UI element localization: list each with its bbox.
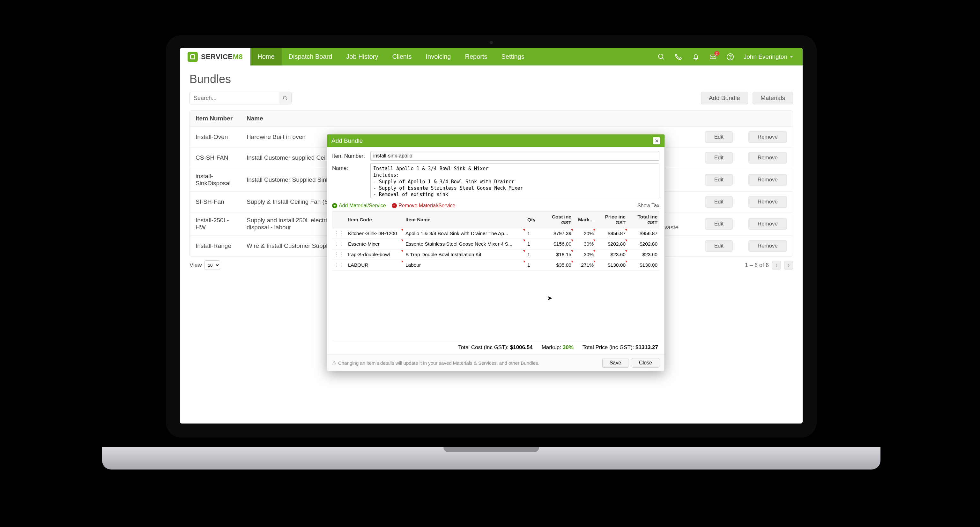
cell-cost[interactable]: $156.00	[541, 239, 573, 249]
minus-icon: −	[392, 203, 397, 208]
brand-text: SERVICEM8	[201, 53, 243, 61]
cell-cost[interactable]: $18.15	[541, 249, 573, 260]
next-page-button[interactable]: ›	[784, 260, 793, 270]
cell-markup[interactable]: 20%	[573, 228, 596, 239]
mcol-total[interactable]: Total inc GST	[627, 211, 659, 228]
cell-price[interactable]: $956.87	[596, 228, 627, 239]
phone-icon[interactable]	[675, 53, 682, 61]
cell-markup[interactable]: 30%	[573, 239, 596, 249]
col-item-number[interactable]: Item Number	[190, 110, 241, 127]
table-row[interactable]: ⋮⋮ Essente-Mixer Essente Stainless Steel…	[332, 239, 659, 249]
mcol-qty[interactable]: Qty	[525, 211, 541, 228]
cell-price[interactable]: $23.60	[596, 249, 627, 260]
cell-qty[interactable]: 1	[525, 249, 541, 260]
nav-invoicing[interactable]: Invoicing	[419, 48, 458, 65]
edit-button[interactable]: Edit	[705, 196, 733, 208]
svg-line-1	[662, 58, 664, 59]
cell-price[interactable]: $202.80	[596, 239, 627, 249]
mcol-code[interactable]: Item Code	[346, 211, 404, 228]
mcol-cost[interactable]: Cost inc GST	[541, 211, 573, 228]
cell-code[interactable]: Essente-Mixer	[346, 239, 404, 249]
table-row[interactable]: ⋮⋮ trap-S-double-bowl S Trap Double Bowl…	[332, 249, 659, 260]
search-button[interactable]	[279, 92, 291, 104]
nav-settings[interactable]: Settings	[495, 48, 531, 65]
cell-code[interactable]: Kitchen-Sink-DB-1200	[346, 228, 404, 239]
col-name[interactable]: Name	[241, 110, 684, 127]
help-icon[interactable]	[726, 53, 734, 61]
modal-footnote: ⚠ Changing an item's details will update…	[332, 360, 539, 366]
cell-price[interactable]: $130.00	[596, 260, 627, 270]
cell-cost[interactable]: $797.39	[541, 228, 573, 239]
cell-item: install-SinkDisposal	[190, 168, 241, 192]
brand-logo[interactable]: SERVICEM8	[180, 48, 250, 65]
drag-handle-icon[interactable]: ⋮⋮	[332, 239, 346, 249]
view-select[interactable]: 10	[205, 260, 220, 270]
add-bundle-button[interactable]: Add Bundle	[701, 92, 748, 104]
cell-code[interactable]: trap-S-double-bowl	[346, 249, 404, 260]
cell-total: $202.80	[627, 239, 659, 249]
cell-name[interactable]: Essente Stainless Steel Goose Neck Mixer…	[404, 239, 525, 249]
prev-page-button[interactable]: ‹	[772, 260, 781, 270]
cell-item: SI-SH-Fan	[190, 192, 241, 212]
mail-badge: 2	[714, 51, 719, 56]
modal-totals: Total Cost (inc GST): $1006.54 Markup: 3…	[332, 341, 659, 351]
item-number-label: Item Number:	[332, 151, 371, 161]
bell-icon[interactable]	[692, 53, 700, 61]
cell-name[interactable]: S Trap Double Bowl Installation Kit	[404, 249, 525, 260]
table-row[interactable]: ⋮⋮ LABOUR Labour 1 $35.00 271% $130.00 $…	[332, 260, 659, 270]
materials-button[interactable]: Materials	[752, 92, 793, 104]
cell-cost[interactable]: $35.00	[541, 260, 573, 270]
show-tax-link[interactable]: Show Tax	[637, 203, 659, 209]
remove-button[interactable]: Remove	[748, 218, 787, 230]
close-icon[interactable]: ✕	[653, 137, 660, 144]
table-row[interactable]: ⋮⋮ Kitchen-Sink-DB-1200 Apollo 1 & 3/4 B…	[332, 228, 659, 239]
nav-clients[interactable]: Clients	[385, 48, 418, 65]
close-button[interactable]: Close	[632, 358, 659, 367]
cell-qty[interactable]: 1	[525, 239, 541, 249]
edit-button[interactable]: Edit	[705, 218, 733, 230]
remove-material-link[interactable]: −Remove Material/Service	[392, 203, 455, 209]
cell-name[interactable]: Apollo 1 & 3/4 Bowl Sink with Drainer Th…	[404, 228, 525, 239]
cell-item: Install-250L-HW	[190, 212, 241, 236]
edit-button[interactable]: Edit	[705, 152, 733, 163]
remove-button[interactable]: Remove	[748, 174, 787, 185]
drag-handle-icon[interactable]: ⋮⋮	[332, 228, 346, 239]
nav-job-history[interactable]: Job History	[339, 48, 385, 65]
cell-name[interactable]: Labour	[404, 260, 525, 270]
search-wrap	[189, 92, 291, 104]
cell-markup[interactable]: 271%	[573, 260, 596, 270]
edit-button[interactable]: Edit	[705, 174, 733, 185]
nav-home[interactable]: Home	[250, 48, 282, 65]
cell-markup[interactable]: 30%	[573, 249, 596, 260]
nav-reports[interactable]: Reports	[458, 48, 494, 65]
remove-button[interactable]: Remove	[748, 196, 787, 208]
save-button[interactable]: Save	[602, 358, 628, 367]
modal-title: Add Bundle	[331, 137, 363, 144]
drag-handle-icon[interactable]: ⋮⋮	[332, 249, 346, 260]
edit-button[interactable]: Edit	[705, 131, 733, 143]
drag-handle-icon[interactable]: ⋮⋮	[332, 260, 346, 270]
user-menu[interactable]: John Everington	[744, 53, 793, 61]
mcol-price[interactable]: Price inc GST	[596, 211, 627, 228]
page-title: Bundles	[189, 72, 793, 86]
mail-icon[interactable]: 2	[709, 53, 717, 61]
remove-button[interactable]: Remove	[748, 131, 787, 143]
search-icon[interactable]	[657, 53, 665, 61]
mcol-name[interactable]: Item Name	[404, 211, 525, 228]
plus-icon: +	[332, 203, 337, 208]
add-material-link[interactable]: +Add Material/Service	[332, 203, 386, 209]
name-textarea[interactable]	[371, 163, 659, 198]
svg-line-6	[286, 99, 287, 100]
cell-item: CS-SH-FAN	[190, 148, 241, 168]
cell-code[interactable]: LABOUR	[346, 260, 404, 270]
mcol-markup[interactable]: Mark...	[573, 211, 596, 228]
search-input[interactable]	[189, 92, 279, 104]
item-number-input[interactable]	[371, 151, 659, 161]
remove-button[interactable]: Remove	[748, 152, 787, 163]
nav-dispatch-board[interactable]: Dispatch Board	[282, 48, 339, 65]
cell-qty[interactable]: 1	[525, 260, 541, 270]
edit-button[interactable]: Edit	[705, 240, 733, 252]
cell-qty[interactable]: 1	[525, 228, 541, 239]
remove-button[interactable]: Remove	[748, 240, 787, 252]
camera-dot	[490, 41, 493, 44]
